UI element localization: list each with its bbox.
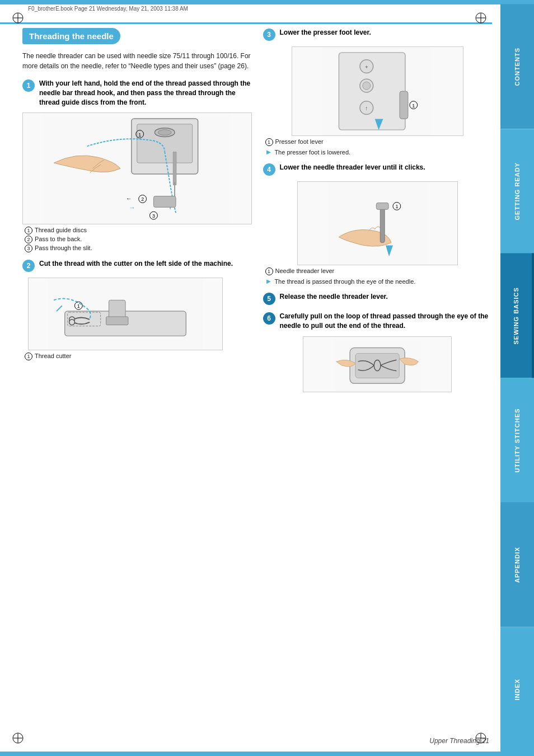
svg-text:+: +	[365, 64, 368, 70]
top-rule	[0, 22, 492, 24]
page-footer: Upper Threading 21	[429, 737, 489, 745]
step-2-text: Cut the thread with the cutter on the le…	[39, 259, 233, 272]
caption-1-3: 3 Pass through the slit.	[25, 245, 252, 252]
step-1: 1 With your left hand, hold the end of t…	[22, 79, 252, 107]
step-4: 4 Lower the needle threader lever until …	[263, 163, 493, 176]
svg-text:2: 2	[141, 197, 144, 203]
step-5-section: 5 Release the needle threader lever.	[263, 292, 493, 305]
left-column: Threading the needle The needle threader…	[22, 28, 252, 728]
caption-2-1: 1 Thread cutter	[25, 353, 252, 360]
right-column: 3 Lower the presser foot lever. +	[263, 28, 493, 728]
step-1-section: 1 With your left hand, hold the end of t…	[22, 79, 252, 252]
svg-rect-33	[106, 317, 128, 325]
step-5: 5 Release the needle threader lever.	[263, 292, 493, 305]
corner-mark-bl	[12, 732, 24, 744]
step-4-number: 4	[263, 163, 275, 176]
step-1-number: 1	[22, 79, 35, 92]
step-3: 3 Lower the presser foot lever.	[263, 28, 493, 41]
caption-1-1: 1 Thread guide discs	[25, 227, 252, 234]
file-info: F0_brotherE.book Page 21 Wednesday, May …	[28, 6, 188, 12]
svg-text:3: 3	[152, 214, 155, 219]
step-3-captions: 1 Presser foot lever ► The presser foot …	[265, 138, 493, 156]
step-4-section: 4 Lower the needle threader lever until …	[263, 163, 493, 285]
corner-mark-tl	[12, 12, 24, 24]
two-column-layout: Threading the needle The needle threader…	[22, 28, 492, 728]
step-6: 6 Carefully pull on the loop of thread p…	[263, 312, 493, 331]
sidebar-item-sewing-basics[interactable]: SEWING BASICS	[500, 253, 534, 378]
step-3-text: Lower the presser foot lever.	[280, 28, 371, 41]
step-4-captions: 1 Needle threader lever ► The thread is …	[265, 267, 493, 285]
svg-text:→: →	[129, 204, 135, 212]
step-1-text: With your left hand, hold the end of the…	[39, 79, 252, 107]
svg-text:1: 1	[395, 204, 398, 209]
sidebar-item-appendix[interactable]: APPENDIX	[500, 503, 534, 627]
svg-rect-53	[376, 203, 388, 209]
svg-point-36	[69, 320, 75, 325]
svg-rect-59	[355, 353, 399, 378]
step-4-illustration: 1	[297, 181, 458, 265]
step-6-section: 6 Carefully pull on the loop of thread p…	[263, 312, 493, 392]
svg-rect-47	[400, 91, 408, 119]
step-4-text: Lower the needle threader lever until it…	[280, 163, 425, 176]
step-2-captions: 1 Thread cutter	[25, 353, 252, 360]
intro-text: The needle threader can be used with nee…	[22, 51, 252, 71]
step-2-section: 2 Cut the thread with the cutter on the …	[22, 259, 252, 360]
caption-1-2: 2 Pass to the back.	[25, 236, 252, 243]
step-6-illustration	[303, 336, 452, 392]
step-3-number: 3	[263, 29, 275, 41]
caption-4-1: 1 Needle threader lever	[265, 267, 493, 275]
step-5-text: Release the needle threader lever.	[280, 292, 388, 305]
sidebar: CONTENTS GETTING READY SEWING BASICS UTI…	[500, 4, 534, 752]
step-1-illustration: 1	[22, 112, 252, 224]
sidebar-item-utility-stitches[interactable]: UTILITY STITCHES	[500, 378, 534, 503]
svg-text:1: 1	[412, 103, 415, 109]
svg-text:1: 1	[77, 304, 80, 309]
step-2-illustration: 1	[28, 278, 223, 350]
svg-point-44	[363, 82, 371, 90]
step-5-number: 5	[263, 293, 275, 305]
caption-3-1: 1 Presser foot lever	[265, 138, 493, 146]
step-3-illustration: + ↑ 1	[292, 46, 463, 136]
svg-text:←: ←	[126, 196, 132, 202]
svg-rect-23	[153, 196, 176, 208]
sidebar-item-getting-ready[interactable]: GETTING READY	[500, 129, 534, 254]
bottom-bar	[0, 752, 534, 756]
main-content: Threading the needle The needle threader…	[22, 28, 492, 728]
step-3-section: 3 Lower the presser foot lever. +	[263, 28, 493, 156]
step-6-text: Carefully pull on the loop of thread pas…	[280, 312, 493, 331]
svg-rect-19	[173, 152, 176, 185]
step-3-note: ► The presser foot is lowered.	[265, 148, 493, 156]
svg-text:1: 1	[138, 132, 141, 138]
svg-rect-51	[327, 182, 427, 265]
step-2: 2 Cut the thread with the cutter on the …	[22, 259, 252, 272]
svg-text:↑: ↑	[365, 105, 368, 111]
section-heading: Threading the needle	[22, 28, 120, 44]
sidebar-item-contents[interactable]: CONTENTS	[500, 4, 534, 129]
top-bar	[0, 0, 534, 4]
step-4-note: ► The thread is passed through the eye o…	[265, 277, 493, 285]
step-1-captions: 1 Thread guide discs 2 Pass to the back.…	[25, 227, 252, 252]
step-2-number: 2	[22, 260, 35, 272]
step-6-number: 6	[263, 312, 275, 325]
corner-mark-tr	[475, 12, 486, 24]
svg-point-16	[158, 130, 171, 135]
sidebar-item-index[interactable]: INDEX	[500, 627, 534, 752]
